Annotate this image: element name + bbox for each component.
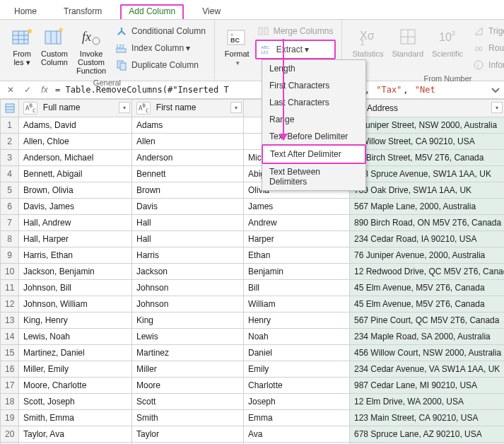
cell-address[interactable]: 678 Spruce Lane, AZ 90210, USA bbox=[350, 426, 505, 442]
cell-first-name[interactable]: Davis bbox=[132, 198, 244, 214]
cell-mid[interactable]: Ava bbox=[244, 426, 350, 442]
cell-first-name[interactable]: Bennett bbox=[132, 165, 244, 182]
cell-full-name[interactable]: Brown, Olivia bbox=[19, 182, 132, 198]
formula-expand-button[interactable] bbox=[491, 86, 500, 94]
cell-first-name[interactable]: Anderson bbox=[132, 149, 244, 165]
menu-item-text-between-delimiters[interactable]: Text Between Delimiters bbox=[262, 163, 365, 190]
row-number[interactable]: 6 bbox=[1, 198, 19, 214]
cell-full-name[interactable]: Smith, Emma bbox=[19, 409, 132, 426]
cell-first-name[interactable]: Scott bbox=[132, 393, 244, 409]
table-row[interactable]: 12Johnson, WilliamJohnsonWilliam45 Elm A… bbox=[1, 296, 505, 312]
row-number[interactable]: 11 bbox=[1, 279, 19, 296]
cell-address[interactable]: 89 Birch Street, M5V 2T6, Canada bbox=[350, 149, 505, 165]
cell-address[interactable]: 45 Elm Avenue, M5V 2T6, Canada bbox=[350, 296, 505, 312]
cell-mid[interactable]: Henry bbox=[244, 312, 350, 328]
table-corner[interactable] bbox=[1, 100, 19, 117]
cell-address[interactable]: 890 Birch Road, ON M5V 2T6, Canada bbox=[350, 214, 505, 230]
rounding-button[interactable]: .00 Rounding ▾ bbox=[470, 40, 504, 57]
cell-mid[interactable]: Andrew bbox=[244, 214, 350, 230]
scientific-button[interactable]: 102 Scientific bbox=[428, 23, 467, 61]
menu-item-range[interactable]: Range bbox=[262, 111, 365, 128]
cell-address[interactable]: 123 Main Street, CA 90210, USA bbox=[350, 409, 505, 426]
cell-full-name[interactable]: Adams, David bbox=[19, 117, 132, 133]
menu-item-length[interactable]: Length bbox=[262, 60, 365, 77]
cell-address[interactable]: 456 Willow Court, NSW 2000, Australia bbox=[350, 344, 505, 361]
cell-first-name[interactable]: Johnson bbox=[132, 296, 244, 312]
cell-address[interactable]: 123 Spruce Avenue, SW1A 1AA, UK bbox=[350, 165, 505, 182]
extract-button[interactable]: ABC123 Extract ▾ bbox=[255, 40, 336, 59]
tab-view[interactable]: View bbox=[194, 4, 229, 19]
table-row[interactable]: 14Lewis, NoahLewisNoah234 Maple Road, SA… bbox=[1, 328, 505, 344]
cell-address[interactable]: 789 Oak Drive, SW1A 1AA, UK bbox=[350, 182, 505, 198]
duplicate-column-button[interactable]: Duplicate Column bbox=[113, 57, 209, 74]
cell-first-name[interactable]: Lewis bbox=[132, 328, 244, 344]
table-row[interactable]: 15Martinez, DanielMartinezDaniel456 Will… bbox=[1, 344, 505, 361]
cell-mid[interactable]: Harper bbox=[244, 230, 350, 247]
row-number[interactable]: 3 bbox=[1, 149, 19, 165]
column-header-address[interactable]: : Address ▾ bbox=[350, 100, 505, 117]
cell-first-name[interactable]: Harris bbox=[132, 247, 244, 263]
cell-address[interactable]: 12 Elm Drive, WA 2000, USA bbox=[350, 393, 505, 409]
cell-first-name[interactable]: Hall bbox=[132, 230, 244, 247]
cell-first-name[interactable]: Johnson bbox=[132, 279, 244, 296]
cell-first-name[interactable]: King bbox=[132, 312, 244, 328]
tab-home[interactable]: Home bbox=[6, 4, 45, 19]
row-number[interactable]: 7 bbox=[1, 214, 19, 230]
row-number[interactable]: 12 bbox=[1, 296, 19, 312]
custom-column-button[interactable]: Custom Column bbox=[38, 23, 71, 69]
cell-full-name[interactable]: Anderson, Michael bbox=[19, 149, 132, 165]
invoke-custom-function-button[interactable]: fx Invoke Custom Function bbox=[71, 23, 112, 78]
cell-first-name[interactable]: Allen bbox=[132, 133, 244, 149]
column-from-examples-button[interactable]: From les ▾ bbox=[6, 23, 38, 69]
cell-first-name[interactable]: Adams bbox=[132, 117, 244, 133]
cell-mid[interactable]: William bbox=[244, 296, 350, 312]
column-filter-button[interactable]: ▾ bbox=[230, 102, 242, 113]
table-row[interactable]: 17Moore, CharlotteMooreCharlotte987 Ceda… bbox=[1, 377, 505, 393]
merge-columns-button[interactable]: Merge Columns bbox=[255, 23, 336, 40]
cell-full-name[interactable]: Bennett, Abigail bbox=[19, 165, 132, 182]
cell-address[interactable]: 987 Cedar Lane, MI 90210, USA bbox=[350, 377, 505, 393]
row-number[interactable]: 18 bbox=[1, 393, 19, 409]
cell-mid[interactable]: Bill bbox=[244, 279, 350, 296]
table-row[interactable]: 9Harris, EthanHarrisEthan76 Juniper Aven… bbox=[1, 247, 505, 263]
column-filter-button[interactable]: ▾ bbox=[119, 102, 130, 113]
cell-mid[interactable]: Daniel bbox=[244, 344, 350, 361]
row-number[interactable]: 5 bbox=[1, 182, 19, 198]
menu-item-text-after-delimiter[interactable]: Text After Delimiter bbox=[262, 144, 366, 164]
table-row[interactable]: 6Davis, JamesDavisJames567 Maple Lane, 2… bbox=[1, 198, 505, 214]
index-column-button[interactable]: 123 Index Column ▾ bbox=[113, 40, 209, 57]
cell-address[interactable]: 45 Elm Avenue, M5V 2T6, Canada bbox=[350, 279, 505, 296]
cell-first-name[interactable]: Smith bbox=[132, 409, 244, 426]
cell-full-name[interactable]: Taylor, Ava bbox=[19, 426, 132, 442]
cell-address[interactable]: 567 Pine Court, QC M5V 2T6, Canada bbox=[350, 312, 505, 328]
conditional-column-button[interactable]: Conditional Column bbox=[113, 23, 209, 40]
cell-mid[interactable]: Emma bbox=[244, 409, 350, 426]
table-row[interactable]: 11Johnson, BillJohnsonBill45 Elm Avenue,… bbox=[1, 279, 505, 296]
cell-mid[interactable]: Ethan bbox=[244, 247, 350, 263]
column-header-full-name[interactable]: ABC Full name ▾ bbox=[19, 100, 132, 117]
table-row[interactable]: 1Adams, DavidAdams9 Juniper Street, NSW … bbox=[1, 117, 505, 133]
cell-full-name[interactable]: Lewis, Noah bbox=[19, 328, 132, 344]
table-row[interactable]: 19Smith, EmmaSmithEmma123 Main Street, C… bbox=[1, 409, 505, 426]
row-number[interactable]: 14 bbox=[1, 328, 19, 344]
cell-address[interactable]: 76 Juniper Avenue, 2000, Australia bbox=[350, 247, 505, 263]
cell-address[interactable]: 9 Juniper Street, NSW 2000, Australia bbox=[350, 117, 505, 133]
cell-full-name[interactable]: Moore, Charlotte bbox=[19, 377, 132, 393]
row-number[interactable]: 17 bbox=[1, 377, 19, 393]
table-row[interactable]: 4Bennett, AbigailBennettAbigail123 Spruc… bbox=[1, 165, 505, 182]
row-number[interactable]: 19 bbox=[1, 409, 19, 426]
table-row[interactable]: 7Hall, AndrewHallAndrew890 Birch Road, O… bbox=[1, 214, 505, 230]
cell-first-name[interactable]: Hall bbox=[132, 214, 244, 230]
cell-full-name[interactable]: Davis, James bbox=[19, 198, 132, 214]
column-filter-button[interactable]: ▾ bbox=[491, 102, 503, 113]
row-number[interactable]: 16 bbox=[1, 361, 19, 377]
row-number[interactable]: 4 bbox=[1, 165, 19, 182]
cell-full-name[interactable]: Miller, Emily bbox=[19, 361, 132, 377]
cell-mid[interactable]: Charlotte bbox=[244, 377, 350, 393]
cell-full-name[interactable]: Hall, Andrew bbox=[19, 214, 132, 230]
cell-full-name[interactable]: Johnson, William bbox=[19, 296, 132, 312]
cell-full-name[interactable]: King, Henry bbox=[19, 312, 132, 328]
statistics-button[interactable]: XσΣ Statistics bbox=[348, 23, 387, 61]
tab-transform[interactable]: Transform bbox=[55, 4, 110, 19]
cell-address[interactable]: 234 Cedar Road, IA 90210, USA bbox=[350, 230, 505, 247]
